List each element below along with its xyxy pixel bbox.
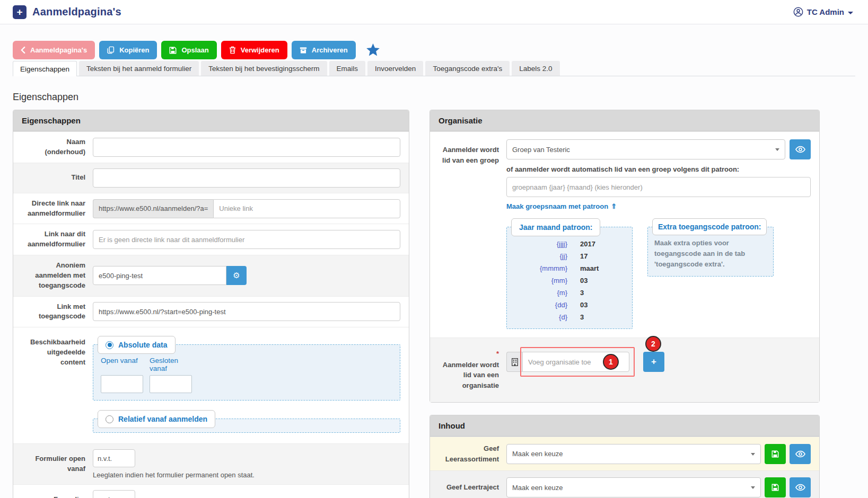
row-directe-link: Directe link naar aanmeldformulier https… xyxy=(13,193,409,224)
pattern-value: 3 xyxy=(580,313,584,321)
save-button[interactable]: Opslaan xyxy=(161,41,216,59)
archive-button[interactable]: Archiveren xyxy=(292,41,356,59)
tab-teksten-bevestigingsscherm[interactable]: Teksten bij het bevestigingsscherm xyxy=(201,61,327,76)
pattern-token: {dd} xyxy=(514,301,567,309)
select-caret-icon xyxy=(775,148,779,151)
open-vanaf-label: Open vanaf xyxy=(101,357,143,372)
tab-teksten-aanmeld-formulier[interactable]: Teksten bij het aanmeld formulier xyxy=(79,61,199,76)
naam-input[interactable] xyxy=(93,138,400,157)
user-menu[interactable]: TC Admin xyxy=(793,7,853,17)
groep-label: Aanmelder wordt lid van een groep xyxy=(436,139,506,329)
back-button-label: Aanmeldpagina's xyxy=(30,47,87,54)
favorite-star-icon[interactable] xyxy=(366,43,380,57)
add-organisatie-button[interactable]: + xyxy=(643,352,664,372)
copy-button[interactable]: Kopiëren xyxy=(99,41,157,59)
row-formulier-open: Formulier open vanaf Leeglaten indien he… xyxy=(13,443,409,484)
leerassortiment-preview-button[interactable] xyxy=(790,444,811,464)
link-naar-label: Link naar dit aanmeldformulier xyxy=(19,229,93,250)
back-button[interactable]: Aanmeldpagina's xyxy=(13,41,95,59)
pattern-row: {d}3 xyxy=(514,311,625,323)
absolute-data-radio[interactable] xyxy=(106,341,113,349)
archive-icon xyxy=(300,47,307,54)
app-window: + Aanmeldpagina's TC Admin Aanmeldpagina… xyxy=(0,0,868,498)
select-caret-icon xyxy=(751,453,755,456)
pattern-row: {jjjj}2017 xyxy=(514,238,625,250)
generate-code-button[interactable]: ⚙ xyxy=(226,266,247,285)
chevron-left-icon xyxy=(21,47,25,54)
leertraject-save-button[interactable] xyxy=(765,477,786,497)
leerassortiment-select[interactable]: Maak een keuze xyxy=(506,444,761,464)
row-naam: Naam (onderhoud) xyxy=(13,131,409,163)
unieke-link-input[interactable] xyxy=(213,199,400,218)
anoniem-label: Anoniem aanmelden met toegangscode xyxy=(19,261,93,291)
inhoud-panel-title: Inhoud xyxy=(430,415,819,437)
pattern-token: {d} xyxy=(514,313,567,321)
leerassortiment-save-button[interactable] xyxy=(765,444,786,464)
formulier-open-input[interactable] xyxy=(93,449,135,467)
groepnaam-pattern-input[interactable] xyxy=(506,177,811,197)
row-titel: Titel xyxy=(13,163,409,193)
annotation-circle-2: 2 xyxy=(645,336,661,352)
section-heading: Eigenschappen xyxy=(13,92,855,103)
right-column: Organisatie Aanmelder wordt lid van een … xyxy=(429,110,820,498)
gears-icon: ⚙ xyxy=(233,271,240,280)
link-naar-input[interactable] xyxy=(93,230,400,249)
tab-bar: Eigenschappen Teksten bij het aanmeld fo… xyxy=(13,61,855,76)
groep-select-value: Groep van Testeric xyxy=(512,146,570,154)
tab-labels-20[interactable]: Labels 2.0 xyxy=(512,61,559,76)
titel-input[interactable] xyxy=(93,168,400,188)
pattern-value: 17 xyxy=(580,252,588,260)
link-met-input[interactable] xyxy=(93,302,400,321)
relatief-option[interactable]: Relatief vanaf aanmelden xyxy=(98,410,215,428)
row-groep: Aanmelder wordt lid van een groep Groep … xyxy=(430,131,819,337)
pattern-value: 03 xyxy=(580,277,588,284)
relatief-label: Relatief vanaf aanmelden xyxy=(118,415,207,423)
copy-icon xyxy=(107,46,115,54)
select-caret-icon xyxy=(751,486,755,489)
leerassortiment-label: Geef Leerassortiment xyxy=(436,443,506,464)
organisatie-panel: Organisatie Aanmelder wordt lid van een … xyxy=(429,110,820,403)
gesloten-vanaf-input[interactable] xyxy=(150,375,192,393)
maak-groepsnaam-link[interactable]: Maak groepsnaam met patroon ⇑ xyxy=(506,202,617,210)
tab-toegangscode-extras[interactable]: Toegangscode extra's xyxy=(425,61,510,76)
leertraject-label: Geef Leertraject xyxy=(436,482,506,493)
pattern-token: {mmmm} xyxy=(514,264,567,272)
pattern-row: {mmmm}maart xyxy=(514,262,625,274)
tab-eigenschappen[interactable]: Eigenschappen xyxy=(13,61,77,76)
main-content: Aanmeldpagina's Kopiëren Opslaan Verwijd… xyxy=(0,41,868,498)
top-header: + Aanmeldpagina's TC Admin xyxy=(0,0,868,24)
save-icon xyxy=(771,450,779,458)
organisatie-panel-title: Organisatie xyxy=(430,110,819,131)
delete-button-label: Verwijderen xyxy=(241,47,279,54)
relatief-radio[interactable] xyxy=(106,415,113,423)
eye-icon xyxy=(795,146,805,153)
toolbar: Aanmeldpagina's Kopiëren Opslaan Verwijd… xyxy=(13,41,855,59)
delete-button[interactable]: Verwijderen xyxy=(221,41,287,59)
properties-panel: Eigenschappen Naam (onderhoud) Titel Dir… xyxy=(13,110,409,498)
row-leertraject: Geef Leertraject Maak een keuze xyxy=(430,470,819,498)
arrow-up-icon: ⇑ xyxy=(611,202,617,210)
leertraject-preview-button[interactable] xyxy=(790,477,811,497)
user-icon xyxy=(793,7,803,17)
formulier-open-help: Leeglaten indien het formulier permanent… xyxy=(93,471,400,479)
formulier-gesloten-input[interactable] xyxy=(93,490,135,498)
row-link-met: Link met toegangscode xyxy=(13,296,409,327)
absolute-data-option[interactable]: Absolute data xyxy=(98,336,176,354)
tab-invoervelden[interactable]: Invoervelden xyxy=(367,61,423,76)
groep-select[interactable]: Groep van Testeric xyxy=(506,139,785,159)
required-asterisk: * xyxy=(436,349,499,359)
row-link-naar: Link naar dit aanmeldformulier xyxy=(13,224,409,255)
save-button-label: Opslaan xyxy=(181,47,208,54)
directe-link-label: Directe link naar aanmeldformulier xyxy=(19,199,93,219)
groep-preview-button[interactable] xyxy=(790,139,811,159)
row-beschikbaarheid: Beschikbaarheid uitgedeelde content Abso… xyxy=(13,327,409,443)
toegangscode-input[interactable] xyxy=(93,266,226,285)
open-vanaf-input[interactable] xyxy=(101,375,143,393)
tab-emails[interactable]: Emails xyxy=(329,61,366,76)
pattern-value: 03 xyxy=(580,301,588,309)
pattern-token: {jj} xyxy=(514,252,567,260)
pattern-row: {dd}03 xyxy=(514,299,625,311)
pattern-token: {m} xyxy=(514,289,567,297)
leertraject-select[interactable]: Maak een keuze xyxy=(506,477,761,497)
organisatie-label-wrap: *Aanmelder wordt lid van een organisatie xyxy=(436,349,506,390)
